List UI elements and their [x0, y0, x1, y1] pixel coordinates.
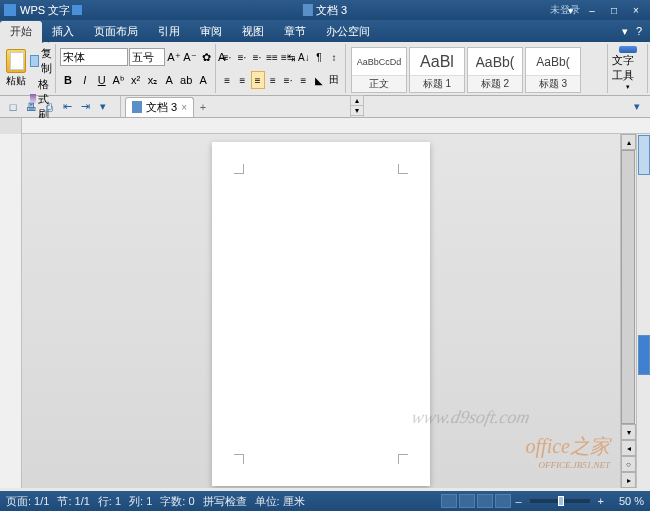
quick-button[interactable]: ⎙: [40, 98, 58, 116]
side-tab-active[interactable]: [638, 335, 650, 375]
menu-tab-审阅[interactable]: 审阅: [190, 21, 232, 42]
minimize-button[interactable]: –: [582, 3, 602, 17]
status-item[interactable]: 页面: 1/1: [6, 494, 49, 509]
font-button[interactable]: ab: [178, 71, 194, 89]
scroll-track[interactable]: [621, 150, 636, 424]
app-menu-dropdown[interactable]: [72, 5, 82, 15]
style-item[interactable]: AaBl标题 1: [409, 47, 465, 93]
menu-tab-章节[interactable]: 章节: [274, 21, 316, 42]
status-item[interactable]: 拼写检查: [203, 494, 247, 509]
prev-page-button[interactable]: ◂: [621, 440, 636, 456]
scroll-down-button[interactable]: ▾: [621, 424, 636, 440]
horizontal-ruler[interactable]: [0, 118, 650, 134]
zoom-out-button[interactable]: –: [513, 495, 523, 507]
canvas-area[interactable]: www.d9soft.com office之家 OFFICE.JB51.NET: [22, 134, 620, 488]
side-panel-tabs: [636, 134, 650, 488]
style-scroll-down[interactable]: ▾: [351, 106, 363, 116]
view-mode-button[interactable]: [495, 494, 511, 508]
style-item[interactable]: AaBb(标题 3: [525, 47, 581, 93]
menu-tab-插入[interactable]: 插入: [42, 21, 84, 42]
font-button[interactable]: A: [161, 71, 177, 89]
paragraph-button[interactable]: ≡↹: [280, 48, 296, 66]
close-button[interactable]: ×: [626, 3, 646, 17]
view-mode-button[interactable]: [477, 494, 493, 508]
font-button[interactable]: x₂: [144, 71, 160, 89]
font-name-select[interactable]: [60, 48, 128, 66]
paragraph-button[interactable]: ◣: [312, 71, 326, 89]
next-page-button[interactable]: ▸: [621, 472, 636, 488]
zoom-thumb[interactable]: [558, 496, 564, 506]
quick-button[interactable]: 🖶: [22, 98, 40, 116]
status-item[interactable]: 节: 1/1: [57, 494, 89, 509]
new-tab-button[interactable]: +: [194, 101, 212, 113]
paste-button[interactable]: 粘贴: [6, 49, 26, 88]
scroll-thumb[interactable]: [621, 150, 635, 424]
quickbar-overflow[interactable]: ▾: [628, 98, 646, 116]
style-scroll-up[interactable]: ▴: [351, 96, 363, 106]
titlebar: WPS 文字 文档 3 未登录 ▾ – □ ×: [0, 0, 650, 20]
font-button[interactable]: B: [60, 71, 76, 89]
view-mode-button[interactable]: [459, 494, 475, 508]
margin-mark-bl: [234, 454, 244, 464]
font-button[interactable]: A⁻: [182, 48, 198, 66]
menu-tab-页面布局[interactable]: 页面布局: [84, 21, 148, 42]
scroll-up-button[interactable]: ▴: [621, 134, 636, 150]
quick-button[interactable]: ⇤: [58, 98, 76, 116]
paragraph-button[interactable]: ¶: [312, 48, 326, 66]
font-button[interactable]: A: [195, 71, 211, 89]
paragraph-button[interactable]: ≡≡: [265, 48, 279, 66]
zoom-slider[interactable]: [530, 499, 590, 503]
document-tab[interactable]: 文档 3 ×: [125, 97, 194, 117]
paragraph-button[interactable]: ↕: [327, 48, 341, 66]
login-status[interactable]: 未登录: [550, 3, 580, 17]
quick-button[interactable]: ⇥: [76, 98, 94, 116]
font-button[interactable]: U: [94, 71, 110, 89]
paragraph-button[interactable]: ≡·: [281, 71, 295, 89]
quick-button[interactable]: ▾: [94, 98, 112, 116]
paragraph-button[interactable]: ≡: [251, 71, 265, 89]
status-item[interactable]: 行: 1: [98, 494, 121, 509]
quick-button[interactable]: □: [4, 98, 22, 116]
status-item[interactable]: 单位: 厘米: [255, 494, 305, 509]
font-size-select[interactable]: [129, 48, 165, 66]
status-item[interactable]: 列: 1: [129, 494, 152, 509]
maximize-button[interactable]: □: [604, 3, 624, 17]
side-tab[interactable]: [638, 135, 650, 175]
tab-close-button[interactable]: ×: [181, 102, 187, 113]
paragraph-button[interactable]: ≡: [220, 71, 234, 89]
app-icon: [4, 4, 16, 16]
font-button[interactable]: I: [77, 71, 93, 89]
paragraph-button[interactable]: ≡: [296, 71, 310, 89]
paragraph-button[interactable]: ≡·: [220, 48, 234, 66]
menu-tab-引用[interactable]: 引用: [148, 21, 190, 42]
text-tool-group[interactable]: 文字工具▾: [608, 44, 648, 93]
menu-tab-办公空间[interactable]: 办公空间: [316, 21, 380, 42]
paragraph-button[interactable]: ≡·: [235, 48, 249, 66]
view-mode-button[interactable]: [441, 494, 457, 508]
menu-tab-视图[interactable]: 视图: [232, 21, 274, 42]
browse-object-button[interactable]: ○: [621, 456, 636, 472]
status-item[interactable]: 字数: 0: [160, 494, 194, 509]
menu-tab-开始[interactable]: 开始: [0, 21, 42, 42]
paragraph-button[interactable]: ≡: [235, 71, 249, 89]
paragraph-button[interactable]: 田: [327, 71, 341, 89]
style-item[interactable]: AaBb(标题 2: [467, 47, 523, 93]
copy-button[interactable]: 复制: [28, 46, 57, 76]
zoom-value[interactable]: 50 %: [608, 495, 644, 507]
font-button[interactable]: A⁺: [166, 48, 182, 66]
vertical-ruler[interactable]: [0, 134, 22, 488]
font-button[interactable]: ✿: [198, 48, 214, 66]
help-button[interactable]: ?: [636, 25, 642, 38]
paragraph-button[interactable]: ≡: [266, 71, 280, 89]
document-page[interactable]: [212, 142, 430, 486]
style-item[interactable]: AaBbCcDd正文: [351, 47, 407, 93]
font-button[interactable]: x²: [128, 71, 144, 89]
quick-access-bar: □🖶⎙⇤⇥▾ 文档 3 × + ▾: [0, 96, 650, 118]
paragraph-button[interactable]: A↓: [297, 48, 311, 66]
paste-label: 粘贴: [6, 74, 26, 88]
menu-dropdown[interactable]: ▾: [622, 25, 628, 38]
zoom-in-button[interactable]: +: [596, 495, 606, 507]
font-button[interactable]: Aᵇ: [111, 71, 127, 89]
paragraph-button[interactable]: ≡·: [250, 48, 264, 66]
vertical-scrollbar[interactable]: ▴ ▾ ◂ ○ ▸: [620, 134, 636, 488]
